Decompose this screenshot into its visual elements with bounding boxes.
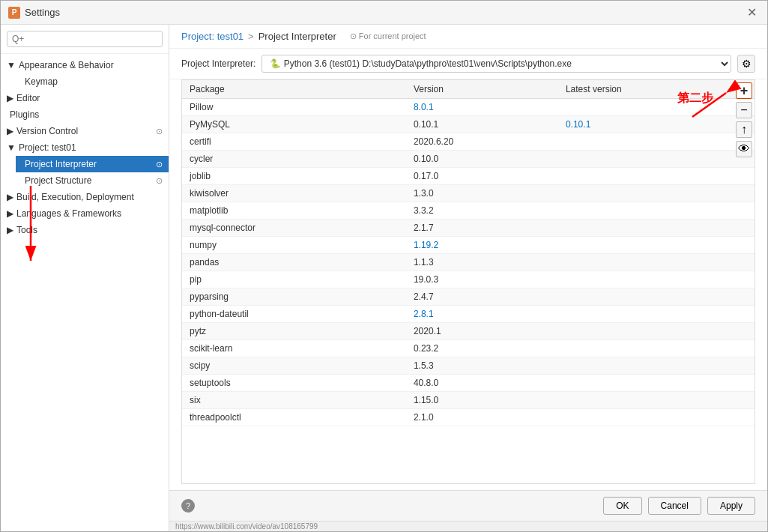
latest-version (558, 288, 755, 306)
latest-version (558, 392, 755, 409)
package-version: 1.15.0 (406, 392, 558, 409)
latest-version (558, 375, 755, 392)
sidebar-item-appearance[interactable]: ▼ Appearance & Behavior (1, 57, 169, 73)
search-input[interactable] (7, 31, 163, 47)
table-row[interactable]: matplotlib 3.3.2 (182, 202, 755, 220)
copy-icon2: ⊙ (156, 176, 163, 186)
package-name: cycler (182, 151, 406, 168)
package-name: threadpoolctl (182, 409, 406, 426)
packages-table[interactable]: Package Version Latest version Pillow 8.… (181, 79, 755, 484)
sidebar-item-project-structure[interactable]: Project Structure ⊙ (16, 172, 169, 189)
table-row[interactable]: setuptools 40.8.0 (182, 375, 755, 392)
gear-button[interactable]: ⚙ (737, 55, 755, 73)
upgrade-package-button[interactable]: ↑ (736, 121, 752, 138)
table-row[interactable]: numpy 1.19.2 (182, 237, 755, 254)
packages-wrapper: Package Version Latest version Pillow 8.… (169, 79, 767, 490)
package-name: six (182, 392, 406, 409)
latest-version (558, 409, 755, 426)
eye-button[interactable]: 👁 (736, 141, 752, 157)
arrow-icon: ▶ (7, 93, 13, 103)
ok-button[interactable]: OK (603, 497, 641, 515)
latest-version (558, 99, 755, 116)
sidebar-item-label: Plugins (10, 109, 39, 120)
package-version: 8.0.1 (406, 99, 558, 116)
table-row[interactable]: certifi 2020.6.20 (182, 133, 755, 151)
package-name: Pillow (182, 99, 406, 116)
table-row[interactable]: python-dateutil 2.8.1 (182, 306, 755, 323)
latest-version (558, 151, 755, 168)
sidebar-item-project[interactable]: ▼ Project: test01 (1, 139, 169, 156)
sidebar-item-label: Project Structure (25, 175, 91, 186)
sidebar-item-keymap[interactable]: Keymap (16, 73, 169, 90)
sidebar-item-languages[interactable]: ▶ Languages & Frameworks (1, 205, 169, 222)
package-version: 1.1.3 (406, 254, 558, 271)
package-version: 2020.6.20 (406, 133, 558, 151)
table-row[interactable]: kiwisolver 1.3.0 (182, 185, 755, 202)
package-version: 0.17.0 (406, 168, 558, 185)
package-name: pyparsing (182, 288, 406, 306)
table-row[interactable]: cycler 0.10.0 (182, 151, 755, 168)
sidebar-item-project-interpreter[interactable]: Project Interpreter ⊙ (16, 156, 169, 172)
table-row[interactable]: scipy 1.5.3 (182, 357, 755, 375)
window-title: Settings (25, 7, 60, 18)
table-row[interactable]: pandas 1.1.3 (182, 254, 755, 271)
packages-area: Package Version Latest version Pillow 8.… (169, 79, 767, 490)
col-latest: Latest version (558, 80, 755, 99)
bottom-left: ? (181, 499, 597, 513)
content-area: ▼ Appearance & Behavior Keymap ▶ Editor … (1, 25, 767, 531)
package-name: scipy (182, 357, 406, 375)
package-version: 2.1.7 (406, 220, 558, 237)
sidebar-item-editor[interactable]: ▶ Editor (1, 90, 169, 106)
latest-version (558, 220, 755, 237)
package-version: 2020.1 (406, 323, 558, 340)
nav-tree: ▼ Appearance & Behavior Keymap ▶ Editor … (1, 54, 169, 531)
package-version: 1.3.0 (406, 185, 558, 202)
table-header: Package Version Latest version (182, 80, 755, 99)
app-icon: P (8, 7, 20, 19)
package-version: 1.5.3 (406, 357, 558, 375)
package-name: PyMySQL (182, 116, 406, 133)
sidebar-item-label: Languages & Frameworks (16, 208, 121, 219)
project-sub: Project Interpreter ⊙ (1, 156, 169, 189)
sidebar-item-plugins[interactable]: Plugins (1, 106, 169, 123)
table-row[interactable]: mysql-connector 2.1.7 (182, 220, 755, 237)
add-package-button[interactable]: + (736, 82, 752, 99)
settings-window: P Settings ✕ ▼ Appearance & Behavior Key… (0, 0, 768, 532)
table-row[interactable]: scikit-learn 0.23.2 (182, 340, 755, 357)
help-button[interactable]: ? (181, 499, 195, 513)
package-version: 0.23.2 (406, 340, 558, 357)
package-name: scikit-learn (182, 340, 406, 357)
table-row[interactable]: PyMySQL 0.10.1 0.10.1 (182, 116, 755, 133)
table-body: Pillow 8.0.1 PyMySQL 0.10.1 0.10.1 certi… (182, 99, 755, 426)
table-row[interactable]: Pillow 8.0.1 (182, 99, 755, 116)
apply-button[interactable]: Apply (707, 497, 755, 515)
package-version: 2.4.7 (406, 288, 558, 306)
remove-package-button[interactable]: − (736, 102, 752, 118)
copy-icon: ⊙ (156, 160, 163, 169)
close-button[interactable]: ✕ (744, 5, 760, 19)
interpreter-select[interactable]: 🐍 Python 3.6 (test01) D:\studyData\pythp… (261, 55, 731, 73)
table-row[interactable]: threadpoolctl 2.1.0 (182, 409, 755, 426)
sidebar-item-label: Keymap (25, 76, 58, 87)
package-name: mysql-connector (182, 220, 406, 237)
package-name: pip (182, 271, 406, 288)
for-current-project: ⊙ For current project (350, 31, 426, 41)
sidebar-item-version-control[interactable]: ▶ Version Control ⊙ (1, 123, 169, 139)
sidebar-item-build[interactable]: ▶ Build, Execution, Deployment (1, 189, 169, 205)
package-name: joblib (182, 168, 406, 185)
package-name: python-dateutil (182, 306, 406, 323)
cancel-button[interactable]: Cancel (648, 497, 701, 515)
title-bar-left: P Settings (8, 7, 60, 19)
table-row[interactable]: pip 19.0.3 (182, 271, 755, 288)
table-row[interactable]: joblib 0.17.0 (182, 168, 755, 185)
vcs-icon: ⊙ (156, 127, 163, 136)
package-name: matplotlib (182, 202, 406, 220)
table-row[interactable]: pyparsing 2.4.7 (182, 288, 755, 306)
breadcrumb-parent[interactable]: Project: test01 (181, 31, 244, 42)
table-row[interactable]: pytz 2020.1 (182, 323, 755, 340)
package-name: pandas (182, 254, 406, 271)
sidebar-item-label: Tools (16, 225, 37, 235)
package-version: 19.0.3 (406, 271, 558, 288)
table-row[interactable]: six 1.15.0 (182, 392, 755, 409)
sidebar-item-tools[interactable]: ▶ Tools (1, 222, 169, 238)
